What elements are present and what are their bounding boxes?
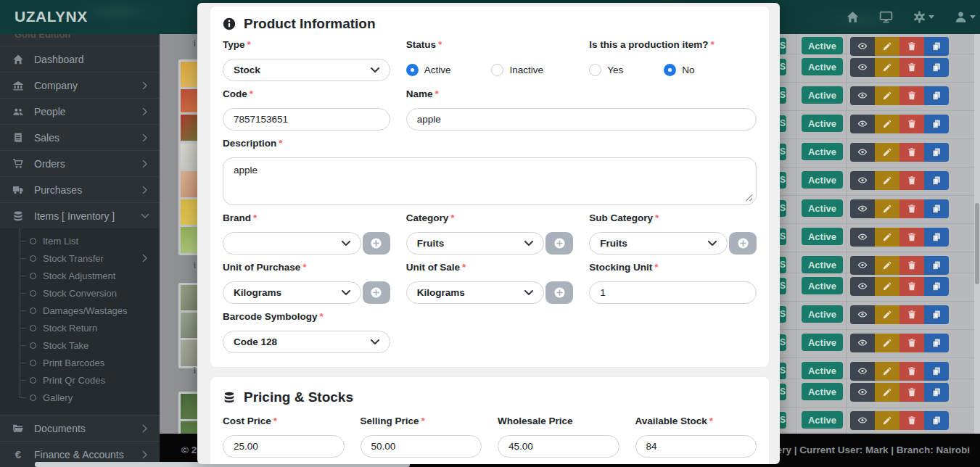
copy-button[interactable]	[924, 334, 949, 352]
copy-button[interactable]	[924, 58, 949, 77]
vertical-scrollbar[interactable]	[974, 34, 980, 434]
copy-button[interactable]	[924, 86, 949, 105]
sidebar-subitem-print-qr-codes[interactable]: Print Qr Codes	[0, 371, 160, 389]
add-category-button[interactable]	[545, 232, 573, 255]
delete-button[interactable]	[899, 383, 924, 402]
add-unit-of-sale-button[interactable]	[545, 281, 573, 304]
edit-button[interactable]	[875, 305, 899, 324]
category-select[interactable]: Fruits	[406, 232, 545, 255]
type-select[interactable]: Stock	[223, 59, 390, 81]
home-icon[interactable]	[846, 10, 860, 24]
view-button[interactable]	[850, 305, 875, 324]
delete-button[interactable]	[899, 199, 924, 218]
copy-button[interactable]	[924, 411, 949, 430]
unit-of-purchase-select[interactable]: Kilograms	[223, 281, 361, 304]
sidebar-subitem-stock-return[interactable]: Stock Return	[0, 319, 160, 336]
status-label: Status*	[406, 39, 574, 51]
gear-icon[interactable]	[913, 10, 934, 24]
sidebar-item-dashboard[interactable]: Dashboard	[0, 46, 160, 72]
view-button[interactable]	[850, 58, 875, 77]
name-input[interactable]: apple	[406, 108, 757, 131]
copy-button[interactable]	[924, 305, 949, 324]
delete-button[interactable]	[899, 305, 924, 324]
edit-button[interactable]	[875, 86, 899, 105]
view-button[interactable]	[850, 171, 875, 190]
copy-button[interactable]	[924, 383, 949, 402]
vertical-scrollbar-thumb[interactable]	[975, 203, 979, 284]
delete-button[interactable]	[899, 115, 924, 133]
monitor-icon[interactable]	[879, 10, 893, 24]
sidebar-subitem-stock-conversion[interactable]: Stock Conversion	[0, 284, 160, 302]
sidebar-subitem-stock-transfer[interactable]: Stock Transfer	[0, 249, 160, 267]
status-inactive-radio[interactable]: Inactive	[491, 64, 543, 76]
delete-button[interactable]	[899, 277, 924, 296]
view-button[interactable]	[850, 86, 875, 105]
delete-button[interactable]	[899, 143, 924, 162]
sidebar-item-sales[interactable]: Sales	[0, 124, 160, 150]
delete-button[interactable]	[899, 86, 924, 105]
copy-button[interactable]	[924, 277, 949, 296]
copy-button[interactable]	[924, 143, 949, 162]
table-row: S Active	[780, 86, 974, 106]
selling-price-input[interactable]: 50.00	[361, 435, 482, 458]
copy-button[interactable]	[924, 199, 949, 218]
edit-button[interactable]	[875, 228, 899, 247]
sidebar-subitem-damages-wastages[interactable]: Damages/Wastages	[0, 302, 160, 319]
copy-button[interactable]	[924, 228, 949, 247]
view-button[interactable]	[850, 115, 875, 133]
sidebar-item-documents[interactable]: Documents	[0, 415, 160, 441]
edit-button[interactable]	[875, 199, 899, 218]
sub-category-select[interactable]: Fruits	[589, 232, 728, 255]
add-brand-button[interactable]	[363, 232, 390, 255]
sidebar-item-items-inventory[interactable]: Items [ Inventory ]	[0, 202, 160, 228]
sidebar-item-people[interactable]: People	[0, 98, 160, 124]
unit-of-sale-select[interactable]: Kilograms	[406, 281, 545, 304]
stocking-unit-input[interactable]: 1	[589, 281, 757, 304]
edit-button[interactable]	[875, 58, 899, 77]
view-button[interactable]	[850, 228, 875, 247]
view-button[interactable]	[850, 383, 875, 402]
edit-button[interactable]	[875, 277, 899, 296]
description-textarea[interactable]: apple	[223, 157, 757, 205]
view-button[interactable]	[850, 199, 875, 218]
edit-button[interactable]	[875, 383, 899, 402]
add-sub-category-button[interactable]	[729, 232, 757, 255]
copy-button[interactable]	[924, 171, 949, 190]
delete-button[interactable]	[899, 171, 924, 190]
edit-button[interactable]	[875, 143, 899, 162]
add-unit-of-purchase-button[interactable]	[363, 281, 390, 304]
view-button[interactable]	[850, 411, 875, 430]
delete-button[interactable]	[899, 228, 924, 247]
production-yes-radio[interactable]: Yes	[589, 64, 623, 76]
sidebar-subitem-stock-take[interactable]: Stock Take	[0, 336, 160, 354]
row-actions	[850, 277, 949, 296]
view-button[interactable]	[850, 277, 875, 296]
edit-button[interactable]	[875, 411, 899, 430]
copy-button[interactable]	[924, 115, 949, 133]
delete-button[interactable]	[899, 334, 924, 352]
delete-button[interactable]	[899, 58, 924, 77]
production-no-radio[interactable]: No	[664, 64, 694, 76]
wholesale-price-input[interactable]: 45.00	[498, 435, 619, 458]
sidebar-subitem-print-barcodes[interactable]: Print Barcodes	[0, 354, 160, 371]
available-stock-input[interactable]: 84	[635, 435, 757, 458]
brand-select[interactable]	[223, 232, 361, 255]
barcode-symbology-select[interactable]: Code 128	[223, 331, 390, 353]
delete-button[interactable]	[899, 411, 924, 430]
cost-price-input[interactable]: 25.00	[223, 435, 345, 458]
code-input[interactable]: 7857153651	[223, 108, 390, 131]
sidebar-subitem-item-list[interactable]: Item List	[0, 232, 160, 249]
user-icon[interactable]	[954, 10, 976, 24]
sidebar-subitem-stock-adjustment[interactable]: Stock Adjustment	[0, 267, 160, 284]
view-button[interactable]	[850, 143, 875, 162]
euro-icon: €	[12, 450, 25, 460]
sidebar-item-purchases[interactable]: Purchases	[0, 176, 160, 202]
status-active-radio[interactable]: Active	[406, 64, 451, 76]
sidebar-subitem-gallery[interactable]: Gallery	[0, 389, 160, 406]
sidebar-item-orders[interactable]: Orders	[0, 150, 160, 176]
edit-button[interactable]	[875, 171, 899, 190]
sidebar-item-company[interactable]: Company	[0, 72, 160, 98]
view-button[interactable]	[850, 334, 875, 352]
edit-button[interactable]	[875, 334, 899, 352]
edit-button[interactable]	[875, 115, 899, 133]
